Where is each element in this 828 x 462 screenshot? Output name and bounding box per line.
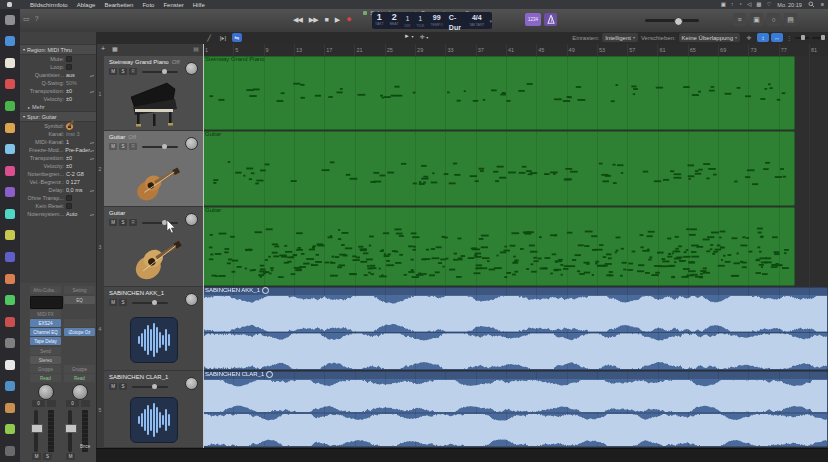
mute-button[interactable]: M [109, 143, 117, 150]
stepper-icon[interactable]: ▴▾ [90, 188, 94, 193]
dock-app-icon[interactable] [5, 274, 15, 284]
dock-app-icon[interactable] [5, 15, 15, 25]
browsers-icon[interactable]: ▤ [784, 13, 797, 26]
inspector-row[interactable]: Velocity:±0 [20, 95, 96, 103]
stop-button[interactable]: ■ [325, 13, 328, 26]
automation-icon[interactable]: ╱ [204, 33, 214, 42]
solo-button[interactable]: S [119, 68, 127, 75]
midi-fx-slot[interactable]: MIDI FX [30, 310, 61, 318]
inspector-row-value[interactable]: 1 [66, 139, 69, 145]
add-track-button[interactable]: + [101, 45, 105, 52]
menu-item-fenster[interactable]: Fenster [163, 2, 183, 8]
track-header-5[interactable]: SABINCHEN CLAR_1MS [104, 371, 203, 448]
lcd-field[interactable]: 99TEMPO [427, 12, 445, 29]
audio-fx-slot[interactable]: iZotope Oz [64, 328, 95, 336]
bounce-button[interactable]: Bnce [80, 444, 90, 449]
region-midi-1[interactable]: Steinway Grand Piano [203, 56, 795, 130]
dock-app-icon[interactable] [5, 295, 15, 305]
inspector-row[interactable]: Kein Reset: [20, 202, 96, 210]
track-header-4[interactable]: SABINCHEN AKK_1MS [104, 287, 203, 371]
mute-button[interactable]: M [109, 219, 117, 226]
dock-app-icon[interactable] [5, 79, 15, 89]
instrument-slot[interactable]: EXS24 [30, 319, 61, 327]
note-pads-icon[interactable]: ▣ [750, 13, 763, 26]
inspector-row-value[interactable]: ±0 [66, 163, 72, 169]
track-inspector-header[interactable]: ▾Spur: Guitar [20, 111, 96, 122]
mute-button[interactable]: M [109, 68, 117, 75]
track-stack-button[interactable]: ▦ [112, 45, 118, 52]
apple-loops-icon[interactable]: ○ [767, 13, 780, 26]
track-header-3[interactable]: GuitarMSR [104, 207, 203, 287]
pan-knob[interactable] [72, 384, 88, 400]
zoom-menu-icon[interactable]: ⋮ [786, 34, 792, 41]
left-click-tool-menu[interactable]: ► ▾ [404, 33, 414, 40]
inspector-row-value[interactable]: Pre-Fader [65, 147, 90, 153]
stepper-icon[interactable]: ▴▾ [90, 148, 94, 153]
strip-setting-button[interactable]: Setting [64, 286, 95, 294]
solo-button[interactable]: S [119, 383, 127, 390]
horizontal-zoom-slider[interactable] [812, 37, 826, 39]
mute-button[interactable]: M [109, 383, 117, 390]
master-volume-knob[interactable] [674, 17, 683, 26]
lcd-field[interactable]: 2BEAT [387, 12, 402, 29]
track-pan-knob[interactable] [185, 293, 198, 306]
inspector-row[interactable]: Vel.-Begrenz.:0 127 [20, 178, 96, 186]
dock-app-icon[interactable] [5, 338, 15, 348]
lcd-display-menu-icon[interactable]: ▾ [488, 18, 495, 24]
track-volume-slider[interactable] [142, 71, 178, 73]
strip-mute-button[interactable]: M [66, 453, 75, 460]
dock-app-icon[interactable] [5, 403, 15, 413]
strip-mute-button[interactable]: M [32, 453, 41, 460]
inspector-checkbox[interactable] [66, 195, 72, 201]
health-icon[interactable]: ♡ [766, 1, 771, 7]
inspector-row[interactable]: MIDI-Kanal:1▴▾ [20, 138, 96, 146]
inspector-row[interactable]: Quantisier...aus▴▾ [20, 71, 96, 79]
region-inspector-header[interactable]: ▾Region: MIDI Thru [20, 44, 96, 55]
lcd-field[interactable]: 4/4TAKTART [466, 12, 487, 29]
catch-playhead-icon[interactable]: [▸] [218, 33, 228, 42]
inspector-checkbox[interactable] [66, 203, 72, 209]
inspector-row[interactable]: Velocity:±0 [20, 162, 96, 170]
dock-app-icon[interactable] [5, 446, 15, 456]
playhead[interactable] [203, 44, 204, 448]
dock-app-icon[interactable] [5, 230, 15, 240]
region-audio-4[interactable]: SABINCHEN AKK_1 [203, 287, 828, 370]
volume-icon[interactable]: ◁ [747, 1, 751, 7]
track-pan-knob[interactable] [185, 377, 198, 390]
metronome-button[interactable] [544, 13, 557, 26]
pan-knob[interactable] [38, 384, 54, 400]
time-machine-icon[interactable]: ◔ [739, 1, 742, 7]
menu-item-hilfe[interactable]: Hilfe [193, 2, 205, 8]
master-volume-slider[interactable] [645, 19, 699, 22]
quick-help-icon[interactable]: ? [35, 15, 39, 23]
inspector-row-value[interactable]: ±0 [66, 88, 72, 94]
inspector-row-value[interactable]: Inst 3 [66, 131, 79, 137]
command-click-tool-menu[interactable]: ✛ ▾ [420, 33, 429, 40]
dock-app-icon[interactable] [5, 123, 15, 133]
notification-center-icon[interactable]: ≡ [821, 0, 824, 9]
count-in-button[interactable]: 1234 [525, 13, 541, 26]
stepper-icon[interactable]: ▴▾ [90, 140, 94, 145]
stepper-icon[interactable]: ▴▾ [90, 212, 94, 217]
dock-app-icon[interactable] [5, 424, 15, 434]
solo-button[interactable]: S [119, 299, 127, 306]
list-editors-icon[interactable]: ≡ [733, 13, 746, 26]
drag-dropdown[interactable]: Keine Überlappung▾ [679, 33, 740, 42]
lcd-field[interactable]: 1TAKT [372, 12, 387, 29]
inspector-row[interactable]: Ohne Transp... [20, 194, 96, 202]
dock-app-icon[interactable] [5, 36, 15, 46]
inspector-row-value[interactable]: C-2 G8 [66, 171, 84, 177]
spotlight-icon[interactable] [808, 1, 815, 8]
lcd-field[interactable]: 1TICK [413, 12, 427, 29]
record-button[interactable]: ● [346, 13, 351, 26]
inspector-row-value[interactable]: 0 127 [66, 179, 80, 185]
inspector-row-value[interactable]: 0,0 ms [66, 187, 83, 193]
inspector-row[interactable]: Freeze-Mod...Pre-Fader▴▾ [20, 146, 96, 154]
inspector-row-value[interactable]: ±0 [66, 96, 72, 102]
lcd-field[interactable]: 1DIV [402, 12, 414, 29]
track-pan-knob[interactable] [185, 137, 198, 150]
menu-item-bildschirmfoto[interactable]: Bildschirmfoto [30, 2, 68, 8]
inspector-row-value[interactable]: Auto [66, 211, 77, 217]
inspector-row[interactable]: Loop: [20, 63, 96, 71]
dock-app-icon[interactable] [5, 101, 15, 111]
